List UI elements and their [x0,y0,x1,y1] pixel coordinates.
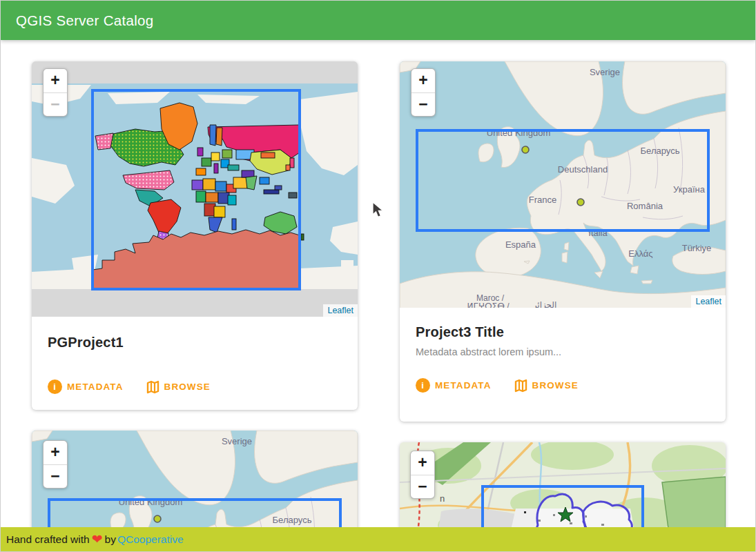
svg-text:Беларусь: Беларусь [641,146,680,156]
catalog-column-left: + − Leaflet PGProject1 i METADATA [32,61,358,529]
europe-map-tiles: Sverige United Kingdom Беларусь Deutschl… [400,61,726,308]
zoom-out-button[interactable]: − [411,92,435,116]
svg-text:Україна: Україна [673,184,706,195]
map-preview-project3[interactable]: Sverige United Kingdom Беларусь Deutschl… [400,61,726,308]
metadata-label: METADATA [67,382,124,392]
svg-text:ⵍⵎⵖⵔⵉⴱ /: ⵍⵎⵖⵔⵉⴱ / [467,302,510,308]
project-title: Project3 Title [416,324,710,340]
svg-text:France: France [529,195,556,205]
world-map-tiles [32,61,358,317]
card-actions: i METADATA BROWSE [48,379,342,394]
zoom-in-button[interactable]: + [411,69,435,92]
map-preview-pgproject1[interactable]: + − Leaflet [32,61,358,317]
browse-label: BROWSE [532,380,579,391]
zoom-control: + − [411,68,436,117]
zoom-in-button[interactable]: + [411,451,434,475]
svg-text:Deutschland: Deutschland [558,164,608,175]
zoom-control: + − [410,451,435,499]
project-card-bottom-right: n + − [400,442,726,529]
card-body: Project3 Title Metadata abstract lorem i… [400,308,726,393]
zoom-control: + − [43,440,68,489]
zoom-out-button[interactable]: − [43,92,67,116]
svg-text:România: România [627,201,663,211]
footer-text: Hand crafted with [6,533,90,546]
svg-text:Sverige: Sverige [590,67,620,77]
page-title: QGIS Server Catalog [16,12,153,29]
map-icon [146,380,159,394]
info-icon: i [416,378,430,393]
map-preview-bottom-left[interactable]: + − [32,431,358,529]
card-body: PGProject1 i METADATA BROWSE [32,317,358,394]
qcooperative-link[interactable]: QCooperative [117,533,184,546]
project-card-project3: Sverige United Kingdom Беларусь Deutschl… [400,61,726,422]
zoom-control: + − [43,68,68,117]
svg-text:Türkiye: Türkiye [682,243,712,253]
app-header: QGIS Server Catalog [1,1,755,40]
qgis-server-catalog-page: QGIS Server Catalog [0,0,756,552]
project-card-bottom-left: + − [32,431,358,529]
zoom-out-button[interactable]: − [43,464,67,488]
zoom-in-button[interactable]: + [43,69,67,92]
browse-button[interactable]: BROWSE [146,380,211,394]
map-marker[interactable] [577,199,584,206]
metadata-button[interactable]: i METADATA [416,378,492,393]
browse-button[interactable]: BROWSE [514,379,579,393]
svg-text:Ελλάς: Ελλάς [628,248,652,259]
info-icon: i [48,379,62,394]
leaflet-attribution-link[interactable]: Leaflet [691,295,726,308]
map-marker[interactable] [522,146,529,153]
project-abstract: Metadata abstract lorem ipsum... [416,346,710,357]
map-preview-bottom-right[interactable]: n + − [400,442,726,529]
svg-text:الجزائر: الجزائر [532,300,557,308]
footer-by: by [105,533,116,546]
europe-map-tiles [32,431,358,529]
project-title: PGProject1 [48,335,342,351]
partial-place-label: n [440,493,445,504]
local-map-tiles: n [400,442,726,529]
project-card-pgproject1: + − Leaflet PGProject1 i METADATA [32,61,358,410]
catalog-column-right: Sverige United Kingdom Беларусь Deutschl… [400,61,726,529]
leaflet-attribution-link[interactable]: Leaflet [323,304,358,317]
heart-icon: ❤ [92,533,103,546]
svg-text:España: España [505,239,536,250]
map-icon [514,379,527,393]
card-actions: i METADATA BROWSE [416,378,710,393]
zoom-in-button[interactable]: + [43,441,67,464]
metadata-button[interactable]: i METADATA [48,379,124,394]
zoom-out-button[interactable]: − [411,475,434,498]
catalog-grid: + − Leaflet PGProject1 i METADATA [1,40,755,529]
metadata-label: METADATA [435,380,492,391]
app-footer: Hand crafted with ❤ by QCooperative [1,527,755,551]
browse-label: BROWSE [164,382,211,392]
